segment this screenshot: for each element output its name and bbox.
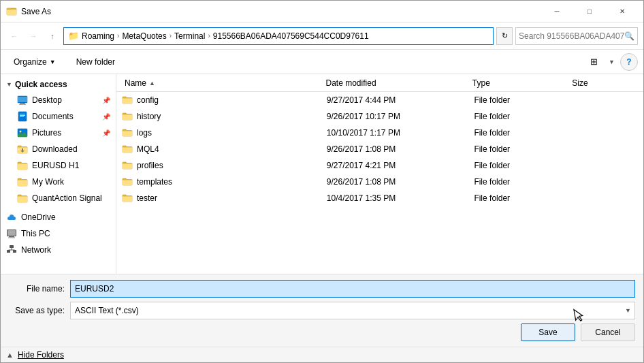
organize-button[interactable]: Organize ▼: [6, 53, 63, 71]
svg-rect-16: [8, 238, 15, 238]
main-area: ▼ Quick access Desktop 📌: [1, 74, 643, 274]
view-button[interactable]: ⊞: [584, 53, 603, 71]
window-controls: ─ □ ✕: [541, 1, 638, 22]
folder-icon: [122, 111, 133, 122]
col-header-type[interactable]: Type: [470, 74, 570, 91]
maximize-button[interactable]: □: [574, 1, 605, 22]
quantaction-folder-icon: [17, 193, 28, 204]
table-row[interactable]: MQL4 9/26/2017 1:08 PM File folder: [116, 141, 643, 157]
col-header-date[interactable]: Date modified: [323, 74, 470, 91]
pin-icon-documents: 📌: [102, 113, 110, 121]
savetype-row: Save as type: ASCII Text (*.csv) ▼: [9, 302, 635, 319]
sidebar-item-pictures[interactable]: Pictures 📌: [1, 125, 116, 141]
sidebar-item-desktop[interactable]: Desktop 📌: [1, 92, 116, 108]
sort-arrow: ▲: [149, 80, 155, 86]
sidebar-item-mywork[interactable]: My Work: [1, 174, 116, 190]
file-cell-name: templates: [122, 176, 327, 187]
svg-rect-9: [20, 115, 25, 116]
sidebar-item-onedrive[interactable]: OneDrive: [1, 209, 116, 225]
file-cell-date: 9/26/2017 1:08 PM: [327, 177, 474, 187]
pictures-label: Pictures: [32, 128, 98, 138]
eurusd-folder-icon: [17, 160, 28, 171]
sidebar-item-eurusd[interactable]: EURUSD H1: [1, 157, 116, 174]
pin-icon-desktop: 📌: [102, 97, 110, 104]
sidebar-item-network[interactable]: Network: [1, 242, 116, 258]
close-button[interactable]: ✕: [607, 1, 638, 22]
svg-rect-10: [20, 116, 24, 117]
table-row[interactable]: logs 10/10/2017 1:17 PM File folder: [116, 125, 643, 141]
onedrive-icon: [6, 212, 17, 223]
sidebar-item-downloaded[interactable]: Downloaded: [1, 141, 116, 157]
filename-input[interactable]: [70, 280, 635, 298]
file-cell-type: File folder: [474, 95, 572, 105]
path-segment-guid: 915566BA06ADA407569C544CC0D97611: [213, 31, 369, 41]
pictures-icon: [17, 127, 28, 138]
file-cell-date: 10/10/2017 1:17 PM: [327, 128, 474, 138]
path-segment-terminal: Terminal: [174, 31, 205, 41]
hide-folders-icon: ▲: [6, 351, 14, 359]
view-dropdown-icon: ▼: [609, 59, 615, 65]
savetype-select[interactable]: ASCII Text (*.csv): [70, 302, 635, 319]
folder-icon: [122, 176, 133, 187]
svg-rect-6: [19, 104, 26, 105]
col-header-name[interactable]: Name ▲: [122, 74, 323, 91]
svg-rect-15: [9, 236, 14, 238]
file-cell-type: File folder: [474, 112, 572, 121]
address-bar: ← → ↑ 📁 Roaming › MetaQuotes › Terminal …: [1, 22, 643, 50]
path-arrow-2: ›: [170, 32, 172, 40]
file-cell-name: logs: [122, 127, 327, 138]
table-row[interactable]: tester 10/4/2017 1:35 PM File folder: [116, 190, 643, 206]
bottom-bar: File name: Save as type: ASCII Text (*.c…: [1, 274, 643, 347]
toolbar: Organize ▼ New folder ⊞ ▼ ?: [1, 50, 643, 74]
desktop-icon: [17, 95, 28, 106]
minimize-button[interactable]: ─: [541, 1, 573, 22]
file-list: Name ▲ Date modified Type Size: [116, 74, 643, 274]
folder-icon: [122, 160, 133, 171]
filename-row: File name:: [9, 280, 635, 298]
file-list-header: Name ▲ Date modified Type Size: [116, 74, 643, 92]
svg-rect-19: [13, 250, 16, 253]
dialog-title: Save As: [21, 7, 541, 16]
search-icon[interactable]: 🔍: [624, 31, 634, 41]
dialog-icon: [6, 6, 17, 17]
hide-folders-row: ▲ Hide Folders: [1, 347, 643, 362]
file-list-body: config 9/27/2017 4:44 PM File folder his…: [116, 92, 643, 274]
quick-access-label: Quick access: [15, 80, 67, 89]
back-button[interactable]: ←: [6, 28, 22, 44]
file-cell-date: 9/26/2017 1:08 PM: [327, 144, 474, 154]
search-input[interactable]: [519, 31, 624, 41]
downloaded-label: Downloaded: [32, 144, 110, 154]
sidebar-item-documents[interactable]: Documents 📌: [1, 108, 116, 125]
quick-access-header[interactable]: ▼ Quick access: [1, 77, 116, 92]
file-cell-name: history: [122, 111, 327, 122]
save-button[interactable]: Save: [521, 323, 575, 341]
sidebar: ▼ Quick access Desktop 📌: [1, 74, 116, 274]
thispc-label: This PC: [21, 229, 110, 238]
address-path[interactable]: 📁 Roaming › MetaQuotes › Terminal › 9155…: [63, 27, 494, 45]
desktop-label: Desktop: [32, 95, 98, 105]
cancel-button[interactable]: Cancel: [581, 323, 635, 341]
table-row[interactable]: profiles 9/27/2017 4:21 PM File folder: [116, 157, 643, 174]
hide-folders-label[interactable]: Hide Folders: [18, 350, 64, 360]
save-as-dialog: Save As ─ □ ✕ ← → ↑ 📁 Roaming › MetaQuot…: [0, 0, 644, 363]
help-button[interactable]: ?: [620, 53, 638, 71]
new-folder-button[interactable]: New folder: [69, 53, 123, 71]
svg-rect-2: [7, 8, 11, 10]
file-cell-date: 10/4/2017 1:35 PM: [327, 193, 474, 203]
svg-rect-1: [7, 10, 16, 15]
svg-rect-4: [18, 97, 27, 102]
file-cell-type: File folder: [474, 161, 572, 170]
quantaction-label: QuantAction Signal: [32, 193, 110, 203]
table-row[interactable]: config 9/27/2017 4:44 PM File folder: [116, 92, 643, 108]
col-header-size[interactable]: Size: [569, 74, 638, 91]
table-row[interactable]: templates 9/26/2017 1:08 PM File folder: [116, 174, 643, 190]
refresh-button[interactable]: ↻: [496, 27, 513, 45]
sidebar-item-thispc[interactable]: This PC: [1, 225, 116, 242]
table-row[interactable]: history 9/26/2017 10:17 PM File folder: [116, 108, 643, 125]
filename-label: File name:: [9, 284, 70, 294]
sidebar-item-quantaction[interactable]: QuantAction Signal: [1, 190, 116, 206]
up-button[interactable]: ↑: [44, 28, 61, 44]
network-icon: [6, 244, 17, 255]
file-cell-date: 9/26/2017 10:17 PM: [327, 112, 474, 121]
forward-button[interactable]: →: [25, 28, 42, 44]
